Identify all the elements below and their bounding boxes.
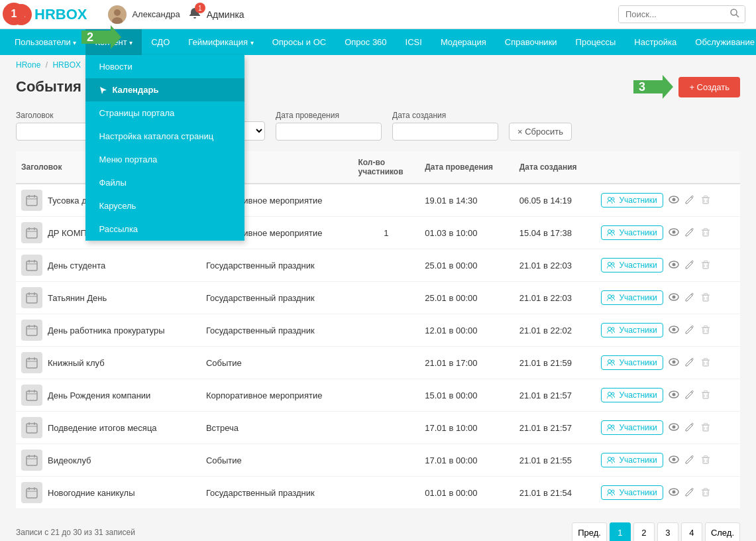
svg-point-54 (608, 294, 612, 298)
participants-button-4[interactable]: Участники (601, 323, 663, 337)
participants-button-7[interactable]: Участники (601, 420, 663, 435)
notification-bell[interactable]: 1 (188, 7, 201, 22)
create-button[interactable]: + Создать (678, 77, 740, 97)
view-icon-9[interactable] (669, 487, 679, 499)
nav-item-processes[interactable]: Процессы (567, 29, 625, 55)
svg-rect-37 (27, 261, 37, 270)
search-input[interactable] (619, 6, 725, 23)
edit-icon-0[interactable] (684, 194, 695, 207)
cell-participants-5 (353, 347, 420, 379)
cell-date-conduct-7: 17.01 в 10:00 (419, 412, 513, 444)
nav-item-settings[interactable]: Настройка (625, 29, 686, 55)
dropdown-item-files[interactable]: Файлы (85, 171, 244, 194)
pagination-next[interactable]: След. (705, 522, 740, 541)
dropdown-item-mailing[interactable]: Рассылка (85, 217, 244, 241)
edit-icon-7[interactable] (684, 422, 695, 434)
dropdown-item-catalog-settings[interactable]: Настройка каталога страниц (85, 125, 244, 148)
view-icon-3[interactable] (669, 292, 679, 304)
delete-icon-8[interactable] (700, 454, 711, 467)
filter-date-conduct-input[interactable] (276, 123, 382, 141)
nav-item-service[interactable]: Обслуживание (686, 29, 756, 55)
pagination-page-1[interactable]: 1 (610, 522, 631, 541)
pagination-page-4[interactable]: 4 (681, 522, 702, 541)
edit-icon-2[interactable] (684, 259, 695, 272)
svg-point-3 (114, 9, 121, 16)
table-row: Новогодние каникулы Государственный праз… (16, 477, 740, 509)
delete-icon-9[interactable] (700, 487, 711, 499)
view-icon-4[interactable] (669, 324, 679, 337)
participants-button-9[interactable]: Участники (601, 485, 663, 500)
svg-point-18 (672, 198, 675, 201)
dropdown-item-carousel[interactable]: Карусель (85, 194, 244, 217)
delete-icon-4[interactable] (700, 324, 711, 337)
view-icon-8[interactable] (669, 454, 679, 467)
table-row: День Рождения компании Корпоративное мер… (16, 379, 740, 412)
table-row: Татьянин День Государственный праздник 2… (16, 282, 740, 314)
participants-button-2[interactable]: Участники (601, 258, 663, 272)
edit-icon-8[interactable] (684, 454, 695, 467)
step-badge-1: 1 (3, 3, 25, 25)
participants-button-1[interactable]: Участники (601, 225, 663, 240)
nav-item-sdo[interactable]: СДО (142, 29, 179, 55)
edit-icon-3[interactable] (684, 292, 695, 304)
cell-type-8: Событие (201, 444, 353, 477)
cell-participants-7 (353, 412, 420, 444)
nav-item-survey360[interactable]: Опрос 360 (335, 29, 396, 55)
nav-item-game[interactable]: Геймификация (179, 29, 262, 55)
edit-icon-4[interactable] (684, 324, 695, 337)
participants-button-0[interactable]: Участники (601, 193, 663, 208)
nav-item-moderation[interactable]: Модерация (431, 29, 496, 55)
svg-rect-110 (703, 425, 708, 431)
cell-type-5: Событие (201, 347, 353, 379)
delete-icon-0[interactable] (700, 194, 711, 207)
delete-icon-6[interactable] (700, 389, 711, 402)
participants-button-3[interactable]: Участники (601, 290, 663, 305)
search-button[interactable] (725, 6, 745, 23)
reset-button[interactable]: × Сбросить (509, 123, 572, 141)
cell-title-7: Подведение итогов месяца (16, 412, 201, 444)
edit-icon-6[interactable] (684, 389, 695, 402)
cell-type-4: Государственный праздник (201, 314, 353, 347)
cell-actions-9: Участники (596, 477, 740, 509)
delete-icon-2[interactable] (700, 259, 711, 272)
view-icon-2[interactable] (669, 259, 679, 272)
view-icon-1[interactable] (669, 227, 679, 239)
filter-date-created-input[interactable] (392, 123, 498, 141)
delete-icon-3[interactable] (700, 292, 711, 304)
breadcrumb-hrone[interactable]: HRone (16, 60, 40, 70)
view-icon-7[interactable] (669, 422, 679, 434)
delete-icon-5[interactable] (700, 357, 711, 369)
pagination-page-2[interactable]: 2 (633, 522, 655, 541)
edit-icon-9[interactable] (684, 487, 695, 499)
participants-button-5[interactable]: Участники (601, 355, 663, 370)
cell-date-created-0: 06.05 в 14:19 (514, 184, 596, 217)
edit-icon-5[interactable] (684, 357, 695, 369)
view-icon-6[interactable] (669, 389, 679, 402)
nav-item-icsi[interactable]: ICSI (396, 29, 431, 55)
breadcrumb-hrbox[interactable]: HRBOX (52, 60, 81, 70)
svg-point-5 (731, 9, 737, 15)
dropdown-item-portal-pages[interactable]: Страницы портала (85, 101, 244, 125)
view-icon-0[interactable] (669, 194, 679, 207)
pagination: Пред. 1 2 3 4 След. (572, 514, 740, 541)
pagination-prev[interactable]: Пред. (572, 522, 607, 541)
dropdown-item-portal-menu[interactable]: Меню портала (85, 148, 244, 171)
view-icon-5[interactable] (669, 357, 679, 369)
logo-text: HRBOX (34, 6, 87, 23)
pagination-page-3[interactable]: 3 (657, 522, 678, 541)
dropdown-item-news[interactable]: Новости (85, 55, 244, 78)
delete-icon-1[interactable] (700, 227, 711, 239)
delete-icon-7[interactable] (700, 422, 711, 434)
nav-item-users[interactable]: Пользователи (5, 29, 85, 55)
nav-item-refs[interactable]: Справочники (496, 29, 567, 55)
participants-button-6[interactable]: Участники (601, 388, 663, 402)
cell-actions-8: Участники (596, 444, 740, 477)
edit-icon-1[interactable] (684, 227, 695, 239)
cell-actions-3: Участники (596, 282, 740, 314)
user-info: Александра (108, 5, 180, 24)
participants-button-8[interactable]: Участники (601, 453, 663, 467)
table-row: Книжный клуб Событие 21.01 в 17:00 21.01… (16, 347, 740, 379)
nav-item-surveys[interactable]: Опросы и ОС (263, 29, 335, 55)
svg-point-93 (608, 392, 612, 395)
dropdown-item-calendar[interactable]: Календарь (85, 78, 244, 101)
